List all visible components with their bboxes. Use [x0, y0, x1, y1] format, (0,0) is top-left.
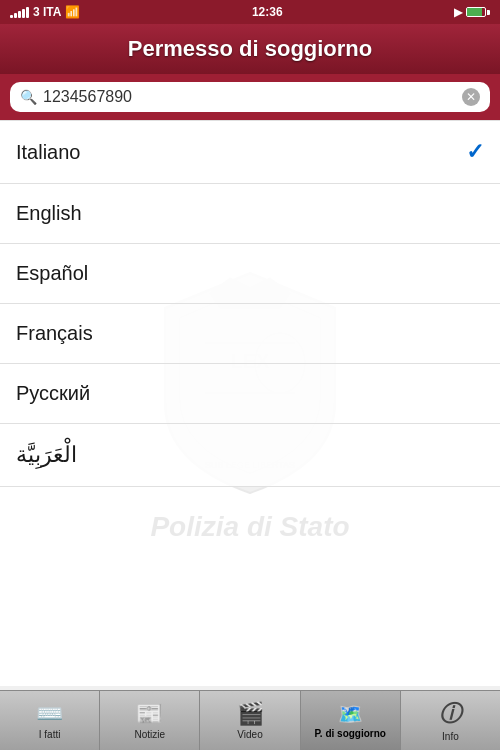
status-left: 3 ITA 📶: [10, 5, 80, 19]
selected-checkmark: ✓: [466, 139, 484, 165]
language-name: English: [16, 202, 82, 225]
tab-notizie-label: Notizie: [135, 729, 166, 740]
language-name: Français: [16, 322, 93, 345]
language-name: Español: [16, 262, 88, 285]
language-item-russian[interactable]: Русский: [0, 364, 500, 424]
language-list: Italiano ✓ English Español Français Русс…: [0, 120, 500, 487]
map-icon: 🗺️: [338, 702, 363, 726]
language-item-arabic[interactable]: الْعَرَبِيَّة: [0, 424, 500, 487]
language-item-espanol[interactable]: Español: [0, 244, 500, 304]
tab-notizie[interactable]: 📰 Notizie: [100, 691, 200, 750]
search-input[interactable]: [43, 88, 456, 106]
tab-i-fatti[interactable]: ⌨️ I fatti: [0, 691, 100, 750]
search-icon: 🔍: [20, 89, 37, 105]
language-item-english[interactable]: English: [0, 184, 500, 244]
search-container: 🔍 ✕: [10, 82, 490, 112]
tab-i-fatti-label: I fatti: [39, 729, 61, 740]
status-right: ▶: [454, 6, 490, 19]
wifi-icon: 📶: [65, 5, 80, 19]
tab-p-soggiorno-label: P. di soggiorno: [314, 728, 385, 739]
tab-bar: ⌨️ I fatti 📰 Notizie 🎬 Video 🗺️ P. di so…: [0, 690, 500, 750]
battery-icon: [466, 7, 490, 17]
time-label: 12:36: [252, 5, 283, 19]
search-bar: 🔍 ✕: [0, 74, 500, 120]
language-name: Русский: [16, 382, 90, 405]
info-icon: ⓘ: [439, 699, 461, 729]
language-name: Italiano: [16, 141, 81, 164]
watermark-text: Polizia di Stato: [150, 511, 349, 543]
signal-icon: [10, 6, 29, 18]
header: Permesso di soggiorno: [0, 24, 500, 74]
carrier-label: 3 ITA: [33, 5, 61, 19]
status-bar: 3 ITA 📶 12:36 ▶: [0, 0, 500, 24]
news-icon: 📰: [136, 701, 163, 727]
language-item-francais[interactable]: Français: [0, 304, 500, 364]
tab-video[interactable]: 🎬 Video: [200, 691, 300, 750]
location-icon: ▶: [454, 6, 462, 19]
tab-video-label: Video: [237, 729, 262, 740]
main-content: LEX SUB LEGE LIBERTAS Polizia di Stato I…: [0, 120, 500, 686]
tab-info[interactable]: ⓘ Info: [401, 691, 500, 750]
tab-p-soggiorno[interactable]: 🗺️ P. di soggiorno: [301, 691, 401, 750]
language-name: الْعَرَبِيَّة: [16, 442, 77, 468]
video-icon: 🎬: [237, 701, 264, 727]
page-title: Permesso di soggiorno: [128, 36, 373, 62]
tab-info-label: Info: [442, 731, 459, 742]
clear-search-button[interactable]: ✕: [462, 88, 480, 106]
keyboard-icon: ⌨️: [36, 701, 63, 727]
language-item-italiano[interactable]: Italiano ✓: [0, 120, 500, 184]
